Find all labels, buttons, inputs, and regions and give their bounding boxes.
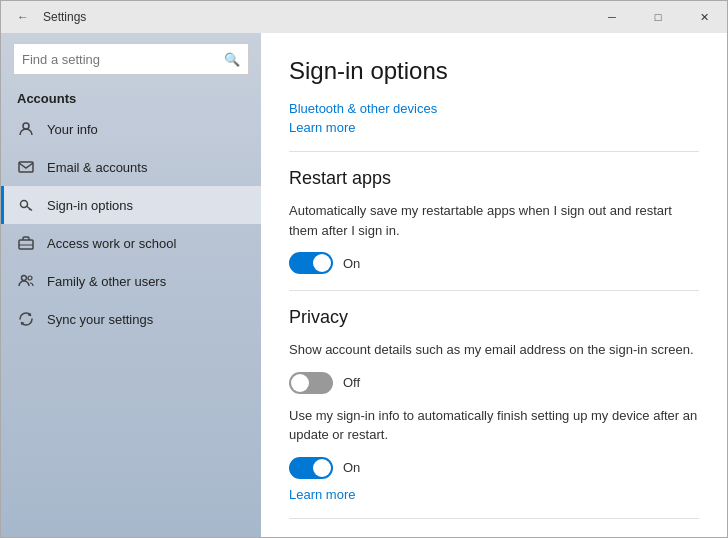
app-title: Settings (43, 10, 86, 24)
divider-3 (289, 518, 699, 519)
minimize-button[interactable]: ─ (589, 1, 635, 33)
page-title: Sign-in options (289, 57, 699, 85)
sidebar-item-label: Family & other users (47, 274, 166, 289)
main-content: Sign-in options Bluetooth & other device… (261, 33, 727, 537)
sidebar-item-label: Sign-in options (47, 198, 133, 213)
maximize-button[interactable]: □ (635, 1, 681, 33)
sidebar-item-family-users[interactable]: Family & other users (1, 262, 261, 300)
sidebar-item-sign-in-options[interactable]: Sign-in options (1, 186, 261, 224)
titlebar-left: ← Settings (11, 5, 86, 29)
titlebar: ← Settings ─ □ ✕ (1, 1, 727, 33)
sign-in-info-description: Use my sign-in info to automatically fin… (289, 406, 699, 445)
divider-1 (289, 151, 699, 152)
search-box[interactable]: 🔍 (13, 43, 249, 75)
svg-point-6 (28, 276, 32, 280)
maximize-icon: □ (655, 11, 662, 23)
person-icon (17, 120, 35, 138)
sidebar-item-label: Access work or school (47, 236, 176, 251)
back-button[interactable]: ← (11, 5, 35, 29)
sidebar-item-sync-settings[interactable]: Sync your settings (1, 300, 261, 338)
window-controls: ─ □ ✕ (589, 1, 727, 33)
show-account-description: Show account details such as my email ad… (289, 340, 699, 360)
sync-icon (17, 310, 35, 328)
bluetooth-link[interactable]: Bluetooth & other devices (289, 101, 699, 116)
close-icon: ✕ (700, 11, 709, 24)
svg-point-0 (23, 123, 29, 129)
sidebar: 🔍 Accounts Your info (1, 33, 261, 537)
related-settings-title: Related settings (289, 535, 699, 538)
sidebar-section-title: Accounts (1, 83, 261, 110)
restart-apps-toggle-row: On (289, 252, 699, 274)
sign-in-info-toggle-label: On (343, 460, 360, 475)
restart-apps-description: Automatically save my restartable apps w… (289, 201, 699, 240)
sign-in-info-toggle[interactable] (289, 457, 333, 479)
minimize-icon: ─ (608, 11, 616, 23)
sidebar-item-your-info[interactable]: Your info (1, 110, 261, 148)
sidebar-item-label: Your info (47, 122, 98, 137)
restart-apps-section: Restart apps Automatically save my resta… (289, 168, 699, 274)
close-button[interactable]: ✕ (681, 1, 727, 33)
learn-more-link-1[interactable]: Learn more (289, 120, 699, 135)
svg-point-5 (22, 276, 27, 281)
sign-in-info-toggle-row: On (289, 457, 699, 479)
sidebar-item-label: Sync your settings (47, 312, 153, 327)
sidebar-item-access-work[interactable]: Access work or school (1, 224, 261, 262)
restart-apps-toggle-label: On (343, 256, 360, 271)
search-input[interactable] (22, 52, 224, 67)
svg-point-2 (21, 201, 28, 208)
restart-apps-toggle[interactable] (289, 252, 333, 274)
back-icon: ← (17, 10, 29, 24)
restart-apps-title: Restart apps (289, 168, 699, 189)
privacy-title: Privacy (289, 307, 699, 328)
show-account-toggle-row: Off (289, 372, 699, 394)
content-area: 🔍 Accounts Your info (1, 33, 727, 537)
people-icon (17, 272, 35, 290)
sidebar-item-label: Email & accounts (47, 160, 147, 175)
sidebar-item-email-accounts[interactable]: Email & accounts (1, 148, 261, 186)
related-settings-section: Related settings Lock screen (289, 535, 699, 538)
divider-2 (289, 290, 699, 291)
learn-more-link-2[interactable]: Learn more (289, 487, 699, 502)
briefcase-icon (17, 234, 35, 252)
email-icon (17, 158, 35, 176)
show-account-toggle[interactable] (289, 372, 333, 394)
svg-rect-1 (19, 162, 33, 172)
search-icon: 🔍 (224, 52, 240, 67)
key-icon (17, 196, 35, 214)
privacy-section: Privacy Show account details such as my … (289, 307, 699, 502)
show-account-toggle-label: Off (343, 375, 360, 390)
window: ← Settings ─ □ ✕ 🔍 Accounts (0, 0, 728, 538)
